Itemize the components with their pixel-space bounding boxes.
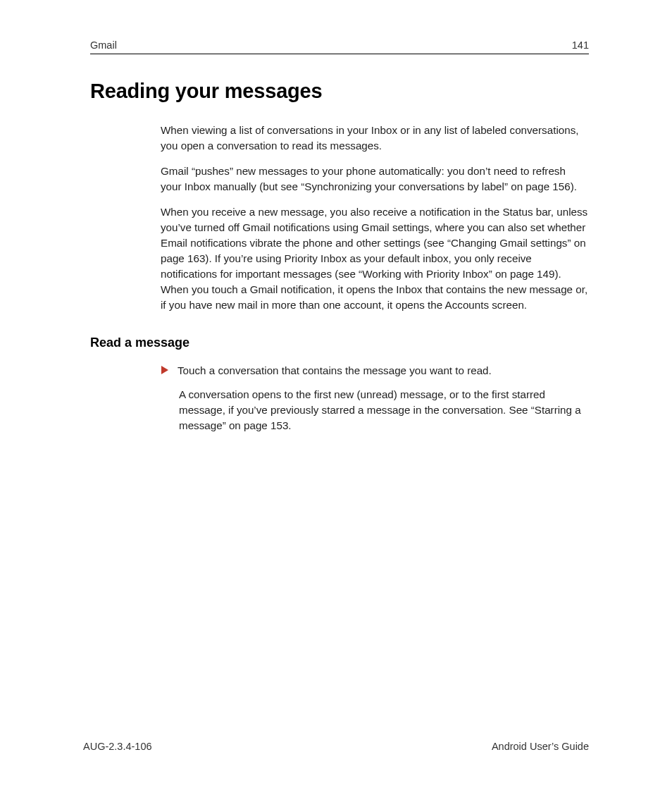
header-page-number: 141 — [572, 39, 589, 51]
running-header: Gmail 141 — [90, 39, 589, 54]
header-section: Gmail — [90, 39, 117, 51]
instruction-text: Touch a conversation that contains the m… — [178, 363, 492, 378]
instruction-item: Touch a conversation that contains the m… — [161, 363, 589, 378]
triangle-bullet-icon — [161, 365, 169, 378]
document-page: Gmail 141 Reading your messages When vie… — [0, 0, 672, 807]
footer-doc-id: AUG-2.3.4-106 — [83, 741, 152, 752]
page-title: Reading your messages — [90, 80, 589, 103]
intro-paragraphs: When viewing a list of conversations in … — [161, 123, 589, 313]
running-footer: AUG-2.3.4-106 Android User’s Guide — [83, 741, 589, 752]
section-heading: Read a message — [90, 335, 589, 350]
paragraph: When you receive a new message, you also… — [161, 204, 589, 313]
paragraph: When viewing a list of conversations in … — [161, 123, 589, 154]
paragraph: Gmail “pushes” new messages to your phon… — [161, 164, 589, 195]
instruction-follow-text: A conversation opens to the first new (u… — [179, 387, 589, 433]
footer-guide-name: Android User’s Guide — [492, 741, 589, 752]
svg-marker-0 — [161, 366, 168, 374]
instruction-block: Touch a conversation that contains the m… — [161, 363, 589, 378]
